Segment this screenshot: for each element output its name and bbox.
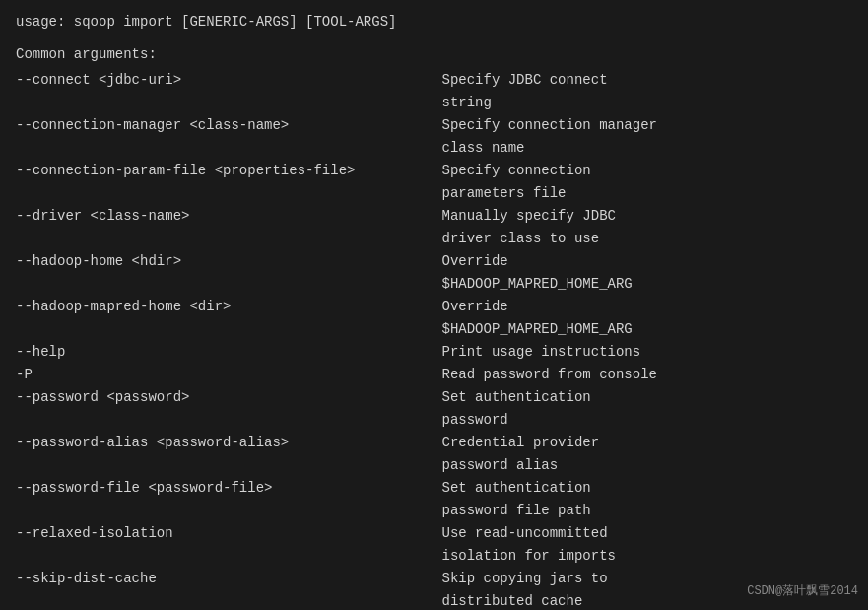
description-cell-continuation: password xyxy=(434,409,853,432)
section-header: Common arguments: xyxy=(16,44,852,65)
command-cell-empty xyxy=(16,273,434,296)
description-cell-continuation: parameters file xyxy=(434,182,853,205)
command-cell: --connection-param-file <properties-file… xyxy=(16,160,434,182)
table-row-continuation: password xyxy=(16,409,852,432)
description-cell-continuation: password file path xyxy=(434,500,853,522)
description-cell: Set authentication xyxy=(434,386,853,409)
table-row-continuation: distributed cache xyxy=(16,590,852,610)
description-cell: Print usage instructions xyxy=(434,341,853,364)
command-cell: --skip-dist-cache xyxy=(16,568,434,590)
description-cell-continuation: $HADOOP_MAPRED_HOME_ARG xyxy=(434,273,853,296)
table-row-continuation: password alias xyxy=(16,454,852,477)
table-row-continuation: password file path xyxy=(16,500,852,522)
table-row-continuation: $HADOOP_MAPRED_HOME_ARG xyxy=(16,318,852,341)
watermark: CSDN@落叶飘雪2014 xyxy=(747,582,858,600)
command-cell: --connection-manager <class-name> xyxy=(16,114,434,137)
command-cell-empty xyxy=(16,182,434,205)
args-table: --connect <jdbc-uri>Specify JDBC connect… xyxy=(16,69,852,610)
description-cell-continuation: isolation for imports xyxy=(434,545,853,568)
table-row: --skip-dist-cacheSkip copying jars to xyxy=(16,568,852,590)
table-row-continuation: string xyxy=(16,92,852,114)
table-row: --password-alias <password-alias>Credent… xyxy=(16,432,852,454)
command-cell: --driver <class-name> xyxy=(16,205,434,228)
table-row: --relaxed-isolationUse read-uncommitted xyxy=(16,522,852,545)
description-cell: Override xyxy=(434,296,853,318)
command-cell: --password <password> xyxy=(16,386,434,409)
description-cell: Specify JDBC connect xyxy=(434,69,853,92)
table-row: -PRead password from console xyxy=(16,364,852,386)
description-cell-continuation: password alias xyxy=(434,454,853,477)
usage-line: usage: sqoop import [GENERIC-ARGS] [TOOL… xyxy=(16,12,852,33)
command-cell: --relaxed-isolation xyxy=(16,522,434,545)
command-cell-empty xyxy=(16,409,434,432)
command-cell: --connect <jdbc-uri> xyxy=(16,69,434,92)
command-cell-empty xyxy=(16,92,434,114)
command-cell-empty xyxy=(16,454,434,477)
table-row: --driver <class-name>Manually specify JD… xyxy=(16,205,852,228)
description-cell-continuation: string xyxy=(434,92,853,114)
description-cell: Specify connection manager xyxy=(434,114,853,137)
description-cell: Use read-uncommitted xyxy=(434,522,853,545)
command-cell: --hadoop-home <hdir> xyxy=(16,250,434,273)
description-cell: Read password from console xyxy=(434,364,853,386)
table-row-continuation: $HADOOP_MAPRED_HOME_ARG xyxy=(16,273,852,296)
command-cell-empty xyxy=(16,545,434,568)
table-row-continuation: parameters file xyxy=(16,182,852,205)
command-cell-empty xyxy=(16,318,434,341)
command-cell: --hadoop-mapred-home <dir> xyxy=(16,296,434,318)
command-cell-empty xyxy=(16,590,434,610)
command-cell-empty xyxy=(16,137,434,160)
table-row: --connect <jdbc-uri>Specify JDBC connect xyxy=(16,69,852,92)
terminal-window: usage: sqoop import [GENERIC-ARGS] [TOOL… xyxy=(16,12,852,610)
table-row: --connection-param-file <properties-file… xyxy=(16,160,852,182)
table-row: --helpPrint usage instructions xyxy=(16,341,852,364)
table-row: --connection-manager <class-name>Specify… xyxy=(16,114,852,137)
command-cell-empty xyxy=(16,228,434,250)
description-cell: Manually specify JDBC xyxy=(434,205,853,228)
table-row: --password <password>Set authentication xyxy=(16,386,852,409)
command-cell: --help xyxy=(16,341,434,364)
table-row-continuation: isolation for imports xyxy=(16,545,852,568)
description-cell-continuation: driver class to use xyxy=(434,228,853,250)
table-row-continuation: class name xyxy=(16,137,852,160)
description-cell: Set authentication xyxy=(434,477,853,500)
command-cell: --password-file <password-file> xyxy=(16,477,434,500)
description-cell: Specify connection xyxy=(434,160,853,182)
description-cell-continuation: class name xyxy=(434,137,853,160)
description-cell: Override xyxy=(434,250,853,273)
table-row: --hadoop-mapred-home <dir>Override xyxy=(16,296,852,318)
command-cell-empty xyxy=(16,500,434,522)
description-cell-continuation: $HADOOP_MAPRED_HOME_ARG xyxy=(434,318,853,341)
table-row-continuation: driver class to use xyxy=(16,228,852,250)
table-row: --hadoop-home <hdir>Override xyxy=(16,250,852,273)
table-row: --password-file <password-file>Set authe… xyxy=(16,477,852,500)
command-cell: -P xyxy=(16,364,434,386)
description-cell: Credential provider xyxy=(434,432,853,454)
command-cell: --password-alias <password-alias> xyxy=(16,432,434,454)
